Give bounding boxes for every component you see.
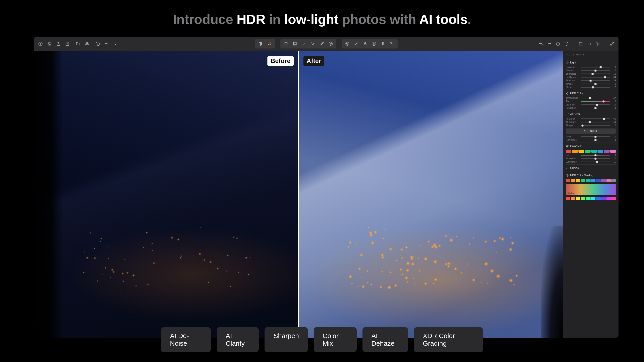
slider-ai-clarity[interactable]: AI Clarity60	[566, 117, 616, 120]
slider-whites[interactable]: Whites0	[566, 82, 616, 86]
color-swatch[interactable]	[591, 197, 596, 200]
ai-denoise-button[interactable]: AI DENOISE	[566, 128, 616, 134]
gear-icon[interactable]	[594, 40, 601, 47]
slider-exposure[interactable]: Exposure13	[566, 65, 616, 69]
color-swatch[interactable]	[606, 197, 611, 200]
color-swatch[interactable]	[598, 150, 603, 153]
sliders-icon[interactable]	[266, 40, 273, 48]
slider-ai-dehaze[interactable]: AI Dehaze-40	[566, 120, 616, 124]
chevron-right-icon[interactable]	[112, 40, 119, 47]
cube-icon[interactable]	[327, 40, 334, 48]
slider-highlights[interactable]: Highlights64	[566, 75, 616, 79]
transform-icon[interactable]	[388, 40, 396, 48]
info-icon[interactable]	[94, 40, 101, 47]
slider-saturation[interactable]: Saturation0	[566, 106, 616, 110]
brush-icon[interactable]	[318, 40, 326, 48]
eyedropper-icon[interactable]	[300, 40, 308, 48]
slider-contrast[interactable]: Contrast0	[566, 69, 616, 72]
section-color-mix[interactable]: Color Mix	[566, 143, 616, 149]
color-swatch[interactable]	[606, 179, 611, 182]
slider-color[interactable]: Color0	[566, 135, 616, 138]
color-swatch[interactable]	[611, 179, 616, 182]
slider-sharpen[interactable]: Sharpen0	[566, 124, 616, 127]
color-swatch[interactable]	[581, 197, 586, 200]
color-swatch[interactable]	[591, 179, 596, 182]
color-swatch[interactable]	[586, 179, 590, 182]
feature-pill[interactable]: XDR Color Grading	[414, 327, 483, 352]
face-icon[interactable]	[344, 40, 351, 48]
slider-tint[interactable]: Tint0	[566, 100, 616, 103]
folder-icon[interactable]	[75, 40, 82, 47]
feature-pill[interactable]: Color Mix	[314, 327, 357, 352]
slider-blacks[interactable]: Blacks-17	[566, 86, 616, 89]
color-swatch[interactable]	[601, 197, 606, 200]
svg-point-28	[567, 175, 568, 176]
download-icon[interactable]	[64, 40, 71, 47]
wand-icon[interactable]	[352, 40, 360, 48]
feature-pill[interactable]: AI Dehaze	[362, 327, 408, 352]
color-swatch[interactable]	[611, 197, 616, 200]
redo-icon[interactable]	[546, 40, 553, 47]
color-swatch[interactable]	[581, 179, 586, 182]
undo-icon[interactable]	[538, 40, 544, 47]
image-icon[interactable]	[46, 40, 53, 47]
svg-point-16	[312, 43, 314, 44]
feature-pill[interactable]: AI De-Noise	[161, 327, 211, 352]
add-icon[interactable]	[37, 40, 44, 47]
reset-icon[interactable]	[563, 40, 570, 47]
contrast-icon[interactable]	[257, 40, 264, 48]
svg-rect-14	[294, 42, 296, 45]
slider-temperature[interactable]: Temperature-37	[566, 96, 616, 100]
color-swatch[interactable]	[585, 150, 590, 153]
image-compare: Before After	[34, 51, 563, 338]
color-swatch[interactable]	[586, 197, 590, 200]
feature-pills: AI De-NoiseAI ClaritySharpenColor MixAI …	[161, 327, 483, 352]
svg-point-22	[597, 43, 598, 44]
color-swatch[interactable]	[576, 197, 580, 200]
color-swatch[interactable]	[571, 197, 575, 200]
color-swatch[interactable]	[571, 179, 575, 182]
frame-icon[interactable]	[291, 40, 299, 48]
feature-pill[interactable]: Sharpen	[264, 327, 308, 352]
slider-vibrance[interactable]: Vibrance10	[566, 103, 616, 106]
share-icon[interactable]	[55, 40, 62, 47]
color-swatch[interactable]	[578, 150, 584, 153]
compare-icon[interactable]	[84, 40, 90, 47]
section-light[interactable]: Light	[566, 59, 616, 65]
color-swatch[interactable]	[596, 197, 600, 200]
slider-shadows[interactable]: Shadows-34	[566, 79, 616, 82]
before-label: Before	[268, 56, 294, 66]
layers-icon[interactable]	[370, 40, 378, 48]
color-swatch[interactable]	[591, 150, 597, 153]
histogram-icon[interactable]	[586, 40, 592, 47]
expand-icon[interactable]	[609, 40, 616, 47]
section-ai-detail[interactable]: AI Detail	[566, 111, 616, 117]
color-swatch[interactable]	[610, 150, 616, 153]
square-icon[interactable]	[282, 40, 290, 48]
grading-preview[interactable]	[566, 184, 616, 195]
feature-pill[interactable]: AI Clarity	[217, 327, 259, 352]
color-swatch[interactable]	[601, 179, 606, 182]
section-hdr-grading[interactable]: HDR Color Grading	[566, 172, 616, 178]
tree-icon[interactable]	[361, 40, 369, 48]
color-swatch[interactable]	[572, 150, 578, 153]
text-icon[interactable]	[379, 40, 387, 48]
color-swatch[interactable]	[566, 197, 570, 200]
slider-brightness[interactable]: Brightness-16	[566, 72, 616, 75]
panel-left-icon[interactable]	[577, 40, 584, 47]
history-icon[interactable]	[554, 40, 561, 47]
color-swatch[interactable]	[604, 150, 609, 153]
section-hdr-color[interactable]: HDR Color	[566, 90, 616, 96]
color-swatch[interactable]	[566, 150, 571, 153]
sun-icon[interactable]	[309, 40, 317, 48]
slider-hue[interactable]: Hue0	[566, 153, 616, 157]
more-icon[interactable]	[103, 40, 110, 47]
section-curves[interactable]: Curves	[566, 164, 616, 171]
color-swatch[interactable]	[596, 179, 600, 182]
color-swatch[interactable]	[566, 179, 570, 182]
slider-luminance[interactable]: Luminance11	[566, 160, 616, 164]
slider-luminance[interactable]: Luminance0	[566, 138, 616, 142]
svg-rect-1	[48, 42, 51, 45]
color-swatch[interactable]	[576, 179, 580, 182]
slider-saturation[interactable]: Saturation0	[566, 157, 616, 160]
